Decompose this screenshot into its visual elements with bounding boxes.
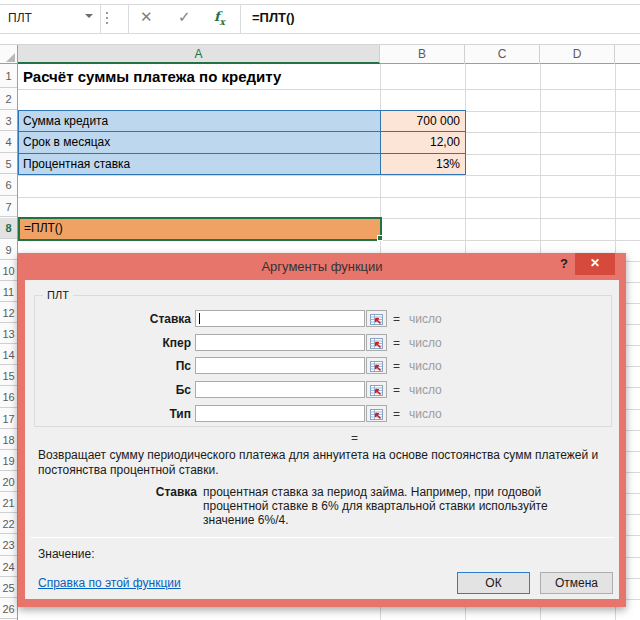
- cell-B4[interactable]: 12,00: [380, 131, 466, 154]
- row-header-13[interactable]: 13: [0, 324, 17, 344]
- divider: [240, 5, 241, 34]
- row-header-26[interactable]: 26: [0, 599, 17, 619]
- dialog-separator: [30, 537, 614, 538]
- gridline: [18, 197, 640, 198]
- field-equals: =: [393, 336, 400, 350]
- row-header-17[interactable]: 17: [0, 409, 17, 429]
- formula-bar-drag-handle[interactable]: [106, 12, 109, 27]
- row-header-22[interactable]: 22: [0, 514, 17, 534]
- field-input-Пс[interactable]: [195, 357, 365, 374]
- function-arguments-dialog: Аргументы функции ? ✕ ПЛТ Ставка=числоКп…: [18, 253, 626, 607]
- fill-handle[interactable]: [377, 235, 383, 241]
- row-header-15[interactable]: 15: [0, 366, 17, 386]
- gridline: [626, 303, 640, 304]
- row-header-5[interactable]: 5: [0, 154, 17, 175]
- name-box[interactable]: ПЛТ: [8, 11, 32, 25]
- cell-A4[interactable]: Срок в месяцах: [18, 131, 381, 154]
- result-equals: =: [351, 431, 358, 445]
- column-header-A[interactable]: A: [18, 45, 380, 64]
- cell-A5[interactable]: Процентная ставка: [18, 153, 381, 176]
- dialog-body: ПЛТ Ставка=числоКпер=числоПс=числоБс=чис…: [25, 280, 619, 599]
- row-header-3[interactable]: 3: [0, 111, 17, 132]
- gridline: [626, 387, 640, 388]
- field-input-Тип[interactable]: [195, 405, 365, 422]
- argument-description: процентная ставка за период займа. Напри…: [203, 485, 583, 527]
- row-header-8[interactable]: 8: [0, 218, 17, 239]
- column-header-D[interactable]: D: [540, 45, 615, 64]
- row-header-19[interactable]: 19: [0, 451, 17, 471]
- row-header-1[interactable]: 1: [0, 64, 17, 88]
- collapse-dialog-icon[interactable]: [366, 381, 387, 398]
- collapse-dialog-icon[interactable]: [366, 357, 387, 374]
- gridline: [540, 64, 541, 253]
- excel-window: ПЛТ ✕ ✓ fx =ПЛТ() ABCD 12345678910111213…: [0, 0, 640, 620]
- column-headers: ABCD: [0, 44, 640, 64]
- gridline: [465, 607, 466, 620]
- function-help-link[interactable]: Справка по этой функции: [38, 576, 181, 590]
- row-header-12[interactable]: 12: [0, 303, 17, 323]
- row-header-18[interactable]: 18: [0, 430, 17, 450]
- dialog-close-button[interactable]: ✕: [575, 253, 615, 275]
- row-header-2[interactable]: 2: [0, 89, 17, 110]
- divider: [100, 5, 101, 34]
- value-label: Значение:: [38, 547, 95, 561]
- gridline: [615, 607, 616, 620]
- gridline: [380, 607, 381, 620]
- column-header-C[interactable]: C: [465, 45, 540, 64]
- row-header-21[interactable]: 21: [0, 493, 17, 513]
- row-header-14[interactable]: 14: [0, 345, 17, 365]
- gridline: [626, 535, 640, 536]
- cell-A3[interactable]: Сумма кредита: [18, 110, 381, 133]
- insert-function-icon[interactable]: fx: [214, 9, 225, 27]
- cell-A1[interactable]: Расчёт суммы платежа по кредиту: [18, 64, 380, 89]
- top-divider: [0, 4, 640, 5]
- dialog-help-button[interactable]: ?: [551, 253, 577, 275]
- gridline: [626, 430, 640, 431]
- gridline: [626, 324, 640, 325]
- row-header-25[interactable]: 25: [0, 578, 17, 598]
- name-box-dropdown-icon[interactable]: [85, 14, 93, 18]
- row-headers: 1234567891011121314151617181920212223242…: [0, 64, 18, 620]
- gridline: [18, 175, 640, 176]
- gridline: [540, 607, 541, 620]
- gridline: [626, 578, 640, 579]
- dialog-title[interactable]: Аргументы функции: [18, 253, 626, 280]
- formula-bar-bottom-border: [0, 33, 640, 34]
- collapse-dialog-icon[interactable]: [366, 405, 387, 422]
- row-header-16[interactable]: 16: [0, 387, 17, 407]
- field-equals: =: [393, 312, 400, 326]
- field-label-Ставка: Ставка: [25, 312, 191, 326]
- row-header-4[interactable]: 4: [0, 132, 17, 153]
- cancel-entry-icon[interactable]: ✕: [140, 8, 153, 26]
- row-header-7[interactable]: 7: [0, 197, 17, 218]
- field-input-Ставка[interactable]: [195, 310, 365, 327]
- field-hint: число: [409, 407, 442, 421]
- argument-name: Ставка: [25, 485, 197, 499]
- row-header-6[interactable]: 6: [0, 175, 17, 196]
- row-header-23[interactable]: 23: [0, 535, 17, 555]
- cancel-button[interactable]: Отмена: [540, 572, 613, 594]
- cell-B5[interactable]: 13%: [380, 153, 466, 176]
- field-label-Кпер: Кпер: [25, 336, 191, 350]
- select-all-corner[interactable]: [0, 45, 18, 64]
- cell-A8[interactable]: =ПЛТ(): [18, 217, 382, 241]
- collapse-dialog-icon[interactable]: [366, 334, 387, 351]
- enter-entry-icon[interactable]: ✓: [178, 8, 191, 26]
- cell-B3[interactable]: 700 000: [380, 110, 466, 133]
- field-input-Кпер[interactable]: [195, 334, 365, 351]
- row-header-24[interactable]: 24: [0, 557, 17, 577]
- gridline: [626, 282, 640, 283]
- collapse-dialog-icon[interactable]: [366, 310, 387, 327]
- row-header-11[interactable]: 11: [0, 282, 17, 302]
- column-header-B[interactable]: B: [380, 45, 465, 64]
- row-header-10[interactable]: 10: [0, 261, 17, 281]
- field-input-Бс[interactable]: [195, 381, 365, 398]
- formula-bar-input[interactable]: =ПЛТ(): [252, 10, 295, 25]
- gridline: [626, 493, 640, 494]
- field-hint: число: [409, 383, 442, 397]
- field-equals: =: [393, 359, 400, 373]
- ok-button[interactable]: ОК: [457, 572, 530, 594]
- row-header-9[interactable]: 9: [0, 240, 17, 260]
- field-label-Бс: Бс: [25, 383, 191, 397]
- row-header-20[interactable]: 20: [0, 472, 17, 492]
